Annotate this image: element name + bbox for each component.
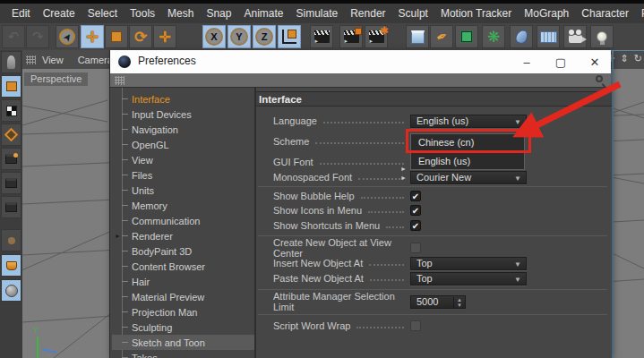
paste-new-object-dropdown[interactable]: Top▼: [410, 272, 527, 286]
camera-icon[interactable]: [563, 25, 587, 48]
show-shortcuts-in-menu-label: Show Shortcuts in Menu: [273, 220, 380, 231]
move-tool-icon[interactable]: ✛: [81, 25, 104, 48]
close-button[interactable]: ✕: [580, 50, 610, 73]
show-bubble-help-label: Show Bubble Help: [273, 191, 355, 201]
sidebar-item-memory[interactable]: Memory: [112, 198, 254, 213]
undo-icon[interactable]: ↶: [2, 25, 25, 48]
add-cube-icon[interactable]: [406, 25, 429, 48]
sidebar-item-navigation[interactable]: Navigation: [112, 122, 254, 137]
monospaced-font-label: Monospaced Font: [273, 172, 352, 183]
window-title: Preferences: [138, 55, 196, 67]
viewport-label[interactable]: Perspective: [24, 72, 88, 86]
sidebar-item-content-browser[interactable]: Content Browser: [112, 259, 254, 274]
sidebar-item-hair[interactable]: Hair: [112, 274, 254, 289]
rotate-view-icon[interactable]: ↻: [634, 53, 642, 64]
render-settings-icon[interactable]: ✱: [365, 25, 388, 48]
live-selection-icon[interactable]: ➤: [56, 25, 79, 48]
sidebar-item-renderer[interactable]: ►Renderer: [112, 228, 254, 243]
enable-snap-icon[interactable]: [1, 229, 21, 251]
move-axis-icon[interactable]: ✛: [153, 25, 176, 48]
menu-mesh[interactable]: Mesh: [167, 7, 193, 20]
render-region-icon[interactable]: [339, 25, 363, 48]
rotate-tool-icon[interactable]: ⟳: [129, 25, 152, 48]
lock-x-icon[interactable]: X: [202, 25, 226, 48]
menu-animate[interactable]: Animate: [244, 7, 283, 20]
menu-mograph[interactable]: MoGraph: [524, 7, 569, 20]
submenu-arrow-icon[interactable]: ►: [400, 175, 407, 181]
menu-simulate[interactable]: Simulate: [296, 7, 339, 20]
generators-icon[interactable]: [455, 25, 478, 48]
sidebar-item-sketch-and-toon[interactable]: Sketch and Toon: [112, 335, 254, 350]
menu-render[interactable]: Render: [350, 7, 385, 20]
sidebar-item-opengl[interactable]: OpenGL: [112, 137, 254, 152]
menu-snap[interactable]: Snap: [206, 7, 231, 20]
show-bubble-help-checkbox[interactable]: ✔: [410, 191, 421, 201]
menu-create[interactable]: Create: [43, 7, 75, 20]
preferences-title-bar[interactable]: Preferences – ▢ ✕: [110, 50, 611, 73]
object-mode-icon[interactable]: [1, 196, 21, 218]
deformers-icon[interactable]: [510, 25, 533, 48]
separator: [258, 235, 607, 236]
world-axis-y-label: Y: [33, 326, 39, 335]
mograph-icon[interactable]: ❋: [482, 25, 505, 48]
menu-edit[interactable]: Edit: [12, 7, 30, 20]
viewport-handle-icon[interactable]: [26, 55, 36, 64]
menu-character[interactable]: Character: [581, 7, 629, 20]
spinner-arrows-icon[interactable]: ▲▼: [453, 297, 462, 308]
menu-tools[interactable]: Tools: [130, 7, 155, 20]
attribute-limit-input[interactable]: 5000 ▲▼: [410, 295, 466, 309]
drag-handle-icon[interactable]: [115, 76, 125, 85]
lock-y-icon[interactable]: Y: [228, 25, 251, 48]
zoom-icon[interactable]: ⇕: [621, 53, 629, 64]
sidebar-item-files[interactable]: Files: [112, 167, 254, 183]
show-shortcuts-in-menu-checkbox[interactable]: ✔: [410, 220, 421, 231]
script-word-wrap-label: Script Word Wrap: [273, 320, 350, 331]
coordinate-system-icon[interactable]: [278, 25, 301, 48]
workplane-mode-icon[interactable]: [1, 279, 21, 302]
redo-icon[interactable]: ↷: [26, 25, 49, 48]
scale-tool-icon[interactable]: [105, 25, 128, 48]
sidebar-item-view[interactable]: View: [112, 152, 254, 167]
gui-font-label: GUI Font: [273, 157, 313, 167]
spline-pen-icon[interactable]: ✒: [430, 25, 453, 48]
search-icon[interactable]: [596, 75, 603, 82]
create-new-object-checkbox[interactable]: [410, 243, 421, 253]
maximize-button[interactable]: ▢: [545, 50, 576, 73]
viewport-active-border-right: [612, 50, 614, 358]
menu-sculpt[interactable]: Sculpt: [399, 7, 428, 20]
sidebar-item-projection-man[interactable]: Projection Man: [112, 304, 254, 320]
monospaced-font-dropdown[interactable]: Courier New▼: [410, 171, 527, 184]
sidebar-item-bodypaint-3d[interactable]: BodyPaint 3D: [112, 243, 254, 259]
menu-motion-tracker[interactable]: Motion Tracker: [441, 7, 511, 20]
sidebar-item-units[interactable]: Units: [112, 183, 254, 198]
sidebar-item-communication[interactable]: Communication: [112, 213, 254, 228]
points-mode-icon[interactable]: [1, 124, 21, 146]
render-view-icon[interactable]: [310, 25, 333, 48]
light-icon[interactable]: [590, 25, 614, 48]
edges-mode-icon[interactable]: [1, 148, 21, 170]
sidebar-item-material-preview[interactable]: Material Preview: [112, 289, 254, 304]
popup-option-english[interactable]: English (us): [410, 152, 525, 170]
show-icons-in-menu-checkbox[interactable]: ✔: [410, 205, 421, 216]
lock-z-icon[interactable]: Z: [253, 25, 276, 48]
menu-select[interactable]: Select: [88, 7, 117, 20]
insert-new-object-dropdown[interactable]: Top▼: [410, 257, 527, 270]
texture-mode-icon[interactable]: [1, 254, 21, 277]
sidebar-item-sculpting[interactable]: Sculpting: [112, 320, 254, 335]
language-dropdown[interactable]: English (us)▼: [410, 115, 527, 128]
main-menu-bar: Edit Create Select Tools Mesh Snap Anima…: [0, 4, 644, 23]
expand-arrow-icon[interactable]: ►: [115, 233, 121, 239]
insert-new-object-row: Insert New Object At Top▼: [256, 256, 612, 270]
sidebar-item-input-devices[interactable]: Input Devices: [112, 107, 254, 122]
minimize-button[interactable]: –: [511, 50, 542, 73]
viewport-menu-view[interactable]: View: [42, 55, 64, 65]
script-word-wrap-checkbox[interactable]: [410, 320, 421, 331]
sidebar-item-takes[interactable]: Takes: [112, 350, 254, 358]
make-editable-icon[interactable]: [1, 75, 21, 98]
sidebar-item-interface[interactable]: Interface: [112, 91, 254, 107]
scheme-label: Scheme: [273, 136, 309, 147]
axis-mode-icon[interactable]: [1, 99, 21, 122]
floor-environment-icon[interactable]: [537, 25, 560, 48]
model-mode-icon[interactable]: [1, 51, 21, 73]
polygons-mode-icon[interactable]: [1, 172, 21, 194]
